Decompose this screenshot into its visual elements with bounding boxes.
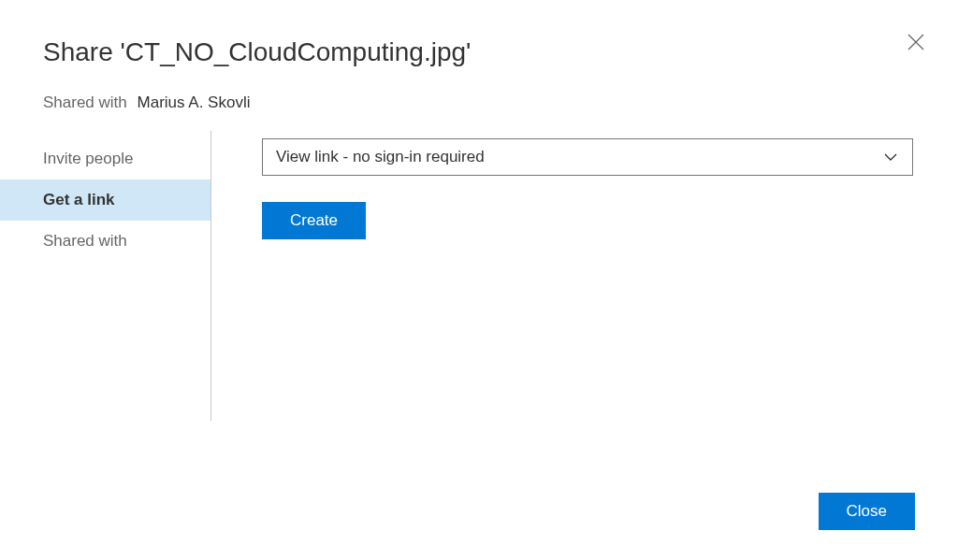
close-button-label: Close (847, 502, 887, 520)
sidebar-item-label: Shared with (43, 232, 127, 250)
dialog-title: Share 'CT_NO_CloudComputing.jpg' (0, 0, 958, 67)
shared-with-label: Shared with (43, 93, 127, 111)
shared-with-row: Shared with Marius A. Skovli (0, 67, 958, 112)
create-button-label: Create (290, 211, 338, 229)
close-button[interactable]: Close (819, 493, 915, 530)
link-type-selected-value: View link - no sign-in required (276, 148, 485, 166)
sidebar-item-shared-with[interactable]: Shared with (0, 221, 210, 262)
sidebar-item-get-a-link[interactable]: Get a link (0, 179, 210, 221)
close-icon[interactable] (902, 28, 930, 56)
sidebar-item-label: Get a link (43, 191, 115, 208)
create-button[interactable]: Create (262, 202, 366, 239)
chevron-down-icon (882, 149, 899, 165)
link-type-select[interactable]: View link - no sign-in required (262, 138, 913, 176)
sidebar-item-label: Invite people (43, 150, 133, 167)
sidebar: Invite people Get a link Shared with (0, 131, 211, 421)
main-panel: View link - no sign-in required Create (211, 131, 958, 421)
shared-with-name: Marius A. Skovli (138, 93, 251, 111)
sidebar-item-invite-people[interactable]: Invite people (0, 138, 210, 179)
